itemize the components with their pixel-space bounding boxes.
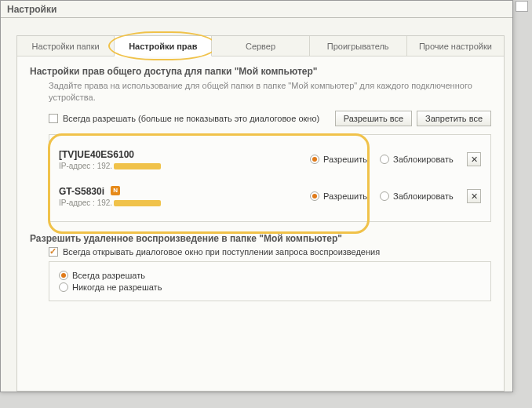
external-fragment bbox=[516, 1, 528, 12]
remove-device-button[interactable]: ✕ bbox=[467, 189, 481, 203]
n-badge-icon: N bbox=[111, 186, 120, 195]
allow-label: Разрешить bbox=[323, 191, 367, 201]
remote-dialog-checkbox[interactable] bbox=[49, 247, 58, 257]
always-allow-label: Всегда разрешать (больше не показывать э… bbox=[63, 114, 319, 123]
tab-1[interactable]: Настройки прав bbox=[115, 36, 212, 56]
tab-3[interactable]: Проигрыватель bbox=[310, 36, 407, 56]
allow-radio[interactable] bbox=[310, 155, 319, 164]
tab-2[interactable]: Сервер bbox=[212, 36, 309, 56]
remote-allow-radio[interactable] bbox=[59, 271, 68, 280]
device-ip: IP-адрес : 192. bbox=[59, 162, 310, 170]
device-row: GT-S5830iNIP-адрес : 192.РазрешитьЗаблок… bbox=[56, 178, 484, 215]
device-row: [TV]UE40ES6100IP-адрес : 192.РазрешитьЗа… bbox=[56, 141, 484, 178]
remove-device-button[interactable]: ✕ bbox=[467, 152, 481, 166]
allow-radio-group: Разрешить bbox=[310, 191, 367, 201]
allow-all-button[interactable]: Разрешить все bbox=[335, 111, 412, 126]
remote-deny-row: Никогда не разрешать bbox=[59, 282, 481, 292]
window-title: Настройки bbox=[1, 1, 512, 18]
tab-0[interactable]: Настройки папки bbox=[17, 36, 115, 56]
device-name: [TV]UE40ES6100 bbox=[59, 149, 310, 160]
remote-title: Разрешить удаленное воспроизведение в па… bbox=[30, 233, 491, 244]
block-radio-group: Заблокировать bbox=[380, 155, 454, 164]
remote-checkbox-row: Всегда открывать диалоговое окно при пос… bbox=[49, 247, 491, 257]
ip-redacted bbox=[114, 163, 161, 169]
permissions-title: Настройки прав общего доступа для папки … bbox=[30, 66, 491, 77]
allow-radio-group: Разрешить bbox=[310, 155, 367, 164]
remote-dialog-label: Всегда открывать диалоговое окно при пос… bbox=[63, 247, 380, 257]
remote-allow-label: Всегда разрешать bbox=[72, 271, 145, 280]
allow-radio[interactable] bbox=[310, 191, 319, 201]
device-info: [TV]UE40ES6100IP-адрес : 192. bbox=[59, 149, 310, 170]
tab-body: Настройки прав общего доступа для папки … bbox=[17, 56, 504, 306]
block-radio[interactable] bbox=[380, 155, 389, 164]
permissions-description: Задайте права на использование для общей… bbox=[49, 80, 491, 104]
ip-redacted bbox=[114, 200, 161, 206]
device-name: GT-S5830iN bbox=[59, 186, 310, 197]
tab-bar: Настройки папкиНастройки правСерверПроиг… bbox=[17, 36, 504, 56]
device-info: GT-S5830iNIP-адрес : 192. bbox=[59, 186, 310, 207]
settings-window: Настройки Настройки папкиНастройки правС… bbox=[0, 0, 513, 392]
block-label: Заблокировать bbox=[393, 191, 454, 201]
remote-options-box: Всегда разрешать Никогда не разрешать bbox=[49, 261, 491, 301]
block-radio[interactable] bbox=[380, 191, 389, 201]
remote-deny-radio[interactable] bbox=[59, 282, 68, 292]
block-label: Заблокировать bbox=[393, 155, 454, 164]
block-radio-group: Заблокировать bbox=[380, 191, 454, 201]
content-frame: Настройки папкиНастройки правСерверПроиг… bbox=[16, 35, 505, 392]
always-allow-checkbox[interactable] bbox=[49, 114, 58, 123]
remote-deny-label: Никогда не разрешать bbox=[72, 282, 162, 292]
permissions-top-row: Всегда разрешать (больше не показывать э… bbox=[49, 111, 491, 126]
device-list: [TV]UE40ES6100IP-адрес : 192.РазрешитьЗа… bbox=[49, 134, 491, 222]
remote-allow-row: Всегда разрешать bbox=[59, 271, 481, 280]
deny-all-button[interactable]: Запретить все bbox=[417, 111, 491, 126]
allow-label: Разрешить bbox=[323, 155, 367, 164]
highlight-oval-tab bbox=[108, 31, 217, 60]
device-ip: IP-адрес : 192. bbox=[59, 199, 310, 207]
tab-4[interactable]: Прочие настройки bbox=[407, 36, 504, 56]
